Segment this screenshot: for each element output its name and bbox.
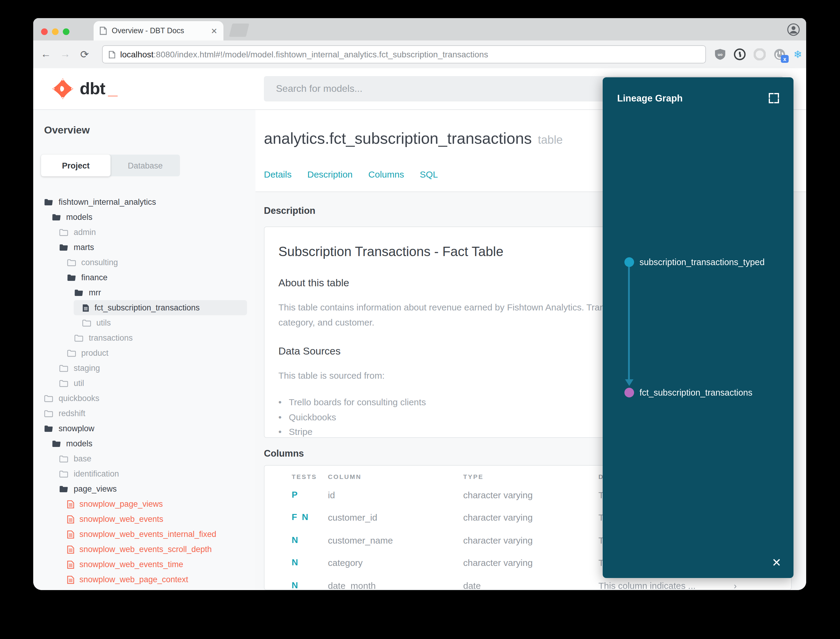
- doc-title: Subscription Transactions - Fact Table: [278, 244, 503, 260]
- tree-item-models[interactable]: models: [33, 210, 256, 225]
- lineage-node-dot: [624, 388, 634, 397]
- tree-item-models[interactable]: models: [33, 436, 256, 451]
- back-button[interactable]: ←: [40, 48, 51, 60]
- cell-type: date: [463, 580, 481, 590]
- folder-open-icon: [52, 440, 61, 447]
- row-expand-chevron-icon[interactable]: ›: [734, 580, 737, 590]
- tree-item-utils[interactable]: utils: [33, 315, 256, 331]
- address-bar[interactable]: localhost:8080/index.html#!/model/model.…: [102, 45, 706, 64]
- browser-profile-icon[interactable]: [787, 23, 800, 36]
- tree-item-transactions[interactable]: transactions: [33, 331, 256, 345]
- tab-project[interactable]: Project: [41, 155, 111, 176]
- snowflake-icon[interactable]: ❄: [794, 48, 802, 61]
- svg-text:uo: uo: [718, 52, 722, 57]
- column-header-tests: TESTS: [292, 473, 317, 480]
- lineage-node-label: fct_subscription_transactions: [640, 388, 753, 397]
- browser-tab[interactable]: Overview - DBT Docs ✕: [94, 21, 224, 40]
- tree-item-label: page_views: [74, 484, 117, 493]
- minimize-window-button[interactable]: [52, 29, 59, 35]
- tree-item-label: identification: [74, 469, 119, 478]
- dbt-logo-mark-icon: [51, 77, 74, 100]
- lineage-node-subscription_transactions_typed[interactable]: subscription_transactions_typed: [624, 257, 764, 267]
- tree-item-mrr[interactable]: mrr: [33, 285, 256, 300]
- file-tree: fishtown_internal_analyticsmodelsadminma…: [33, 194, 256, 587]
- tree-item-product[interactable]: product: [33, 345, 256, 361]
- folder-open-icon: [59, 244, 68, 251]
- ublock-shield-icon[interactable]: uo: [715, 48, 726, 60]
- power-blocker-icon[interactable]: x: [773, 48, 786, 60]
- reload-button[interactable]: ⟳: [79, 48, 90, 61]
- tree-item-fishtown_internal_analytics[interactable]: fishtown_internal_analytics: [33, 194, 256, 210]
- description-section-label: Description: [264, 205, 316, 216]
- tree-item-admin[interactable]: admin: [33, 225, 256, 240]
- lineage-graph-title: Lineage Graph: [617, 93, 683, 104]
- model-nav-tabs: DetailsDescriptionColumnsSQL: [264, 169, 438, 180]
- folder-icon: [67, 259, 76, 266]
- tree-item-consulting[interactable]: consulting: [33, 255, 256, 270]
- new-tab-button[interactable]: [229, 24, 249, 37]
- source-list-item: Stripe: [278, 426, 313, 437]
- tree-item-redshift[interactable]: redshift: [33, 406, 256, 421]
- folder-icon: [59, 229, 68, 236]
- tree-item-snowplow_web_events_scroll_depth[interactable]: snowplow_web_events_scroll_depth: [33, 542, 256, 557]
- tree-item-snowplow_web_page_context[interactable]: snowplow_web_page_context: [33, 572, 256, 587]
- browser-window: Overview - DBT Docs ✕ ← → ⟳ localhost:80…: [33, 18, 806, 590]
- model-tab-description[interactable]: Description: [307, 169, 353, 180]
- tab-database[interactable]: Database: [111, 155, 180, 176]
- model-tab-sql[interactable]: SQL: [420, 169, 438, 180]
- close-icon[interactable]: ✕: [772, 556, 781, 569]
- tree-item-util[interactable]: util: [33, 376, 256, 391]
- folder-open-icon: [67, 274, 76, 281]
- tree-item-snowplow_page_views[interactable]: snowplow_page_views: [33, 496, 256, 512]
- cell-description: This column indicates ...: [599, 580, 696, 590]
- source-list-item: Trello boards for consulting clients: [278, 397, 426, 407]
- cell-tests: P: [292, 490, 299, 499]
- dbt-logo[interactable]: dbt_: [51, 77, 118, 100]
- folder-icon: [82, 319, 91, 326]
- tree-item-identification[interactable]: identification: [33, 466, 256, 482]
- cell-type: character varying: [463, 512, 533, 523]
- folder-open-icon: [74, 289, 83, 296]
- about-paragraph-line2: category, and customer.: [278, 317, 375, 327]
- tree-item-label: snowplow_web_events_internal_fixed: [79, 530, 216, 539]
- tree-item-snowplow_web_events_internal_fixed[interactable]: snowplow_web_events_internal_fixed: [33, 527, 256, 542]
- cell-tests: N: [292, 535, 299, 545]
- tab-close-icon[interactable]: ✕: [211, 27, 218, 35]
- tree-item-marts[interactable]: marts: [33, 240, 256, 255]
- lineage-node-fct_subscription_transactions[interactable]: fct_subscription_transactions: [624, 388, 753, 397]
- tree-item-snowplow_web_events_time[interactable]: snowplow_web_events_time: [33, 557, 256, 572]
- lineage-edge: [628, 267, 630, 383]
- materialization-badge: table: [538, 134, 562, 146]
- url-text: localhost:8080/index.html#!/model/model.…: [120, 49, 488, 59]
- tree-item-label: snowplow_web_events_scroll_depth: [79, 545, 212, 554]
- file-icon: [67, 560, 74, 569]
- opera-ring-icon[interactable]: [754, 48, 766, 60]
- cell-column: id: [328, 490, 335, 500]
- zoom-window-button[interactable]: [63, 29, 70, 35]
- model-tab-details[interactable]: Details: [264, 169, 292, 180]
- cell-type: character varying: [463, 558, 533, 568]
- tree-item-finance[interactable]: finance: [33, 270, 256, 285]
- tree-item-label: snowplow_web_events: [79, 515, 164, 524]
- tree-item-label: quickbooks: [59, 394, 99, 403]
- cell-tests: N: [292, 580, 299, 590]
- 1password-icon[interactable]: [734, 48, 746, 60]
- tree-item-snowplow[interactable]: snowplow: [33, 421, 256, 436]
- lineage-graph-panel: Lineage Graph subscription_transactions_…: [603, 77, 794, 578]
- cell-column: customer_id: [328, 512, 377, 523]
- cell-column: category: [328, 558, 363, 568]
- close-window-button[interactable]: [41, 29, 48, 35]
- tree-item-fct_subscription_transactions[interactable]: fct_subscription_transactions: [73, 300, 247, 315]
- tree-item-page_views[interactable]: page_views: [33, 482, 256, 496]
- page-favicon-icon: [100, 27, 107, 35]
- file-icon: [82, 304, 89, 312]
- columns-section-label: Columns: [264, 448, 304, 459]
- tree-item-quickbooks[interactable]: quickbooks: [33, 391, 256, 406]
- tree-item-staging[interactable]: staging: [33, 361, 256, 376]
- folder-icon: [44, 410, 53, 417]
- expand-fullscreen-icon[interactable]: [769, 93, 779, 103]
- folder-open-icon: [44, 199, 53, 206]
- tree-item-snowplow_web_events[interactable]: snowplow_web_events: [33, 512, 256, 527]
- tree-item-base[interactable]: base: [33, 451, 256, 466]
- model-tab-columns[interactable]: Columns: [368, 169, 404, 180]
